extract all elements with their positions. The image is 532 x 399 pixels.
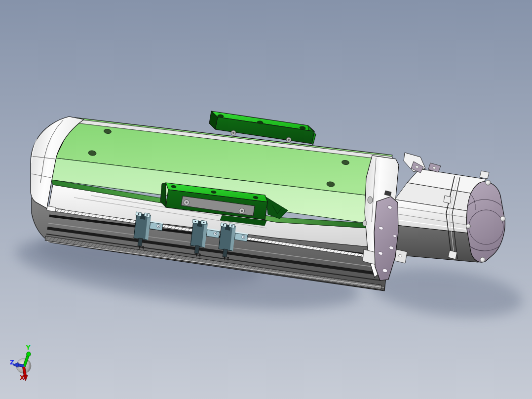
corner-screw <box>480 257 485 262</box>
cap-hole <box>368 197 373 203</box>
bracket-foot <box>138 238 143 246</box>
clamp-tab <box>480 171 489 179</box>
facet <box>241 210 243 212</box>
facet <box>232 132 234 134</box>
facet <box>138 213 140 215</box>
corner-screw <box>486 180 491 185</box>
axis-tip <box>27 352 31 357</box>
corner-screw <box>500 216 505 221</box>
facet <box>288 139 290 141</box>
corner-screw <box>466 224 471 229</box>
facet <box>186 201 188 203</box>
x-axis-label: X <box>20 374 25 381</box>
clamp-tab <box>444 196 451 203</box>
cad-viewport[interactable]: Y Z X <box>0 0 532 399</box>
z-axis-label: Z <box>10 359 14 366</box>
facet <box>158 226 159 227</box>
model-3d-view[interactable]: Y Z X <box>0 0 532 399</box>
axis-shaft <box>18 365 24 366</box>
facet <box>147 214 148 216</box>
y-axis-label: Y <box>26 344 31 351</box>
cap-hole <box>363 220 367 226</box>
